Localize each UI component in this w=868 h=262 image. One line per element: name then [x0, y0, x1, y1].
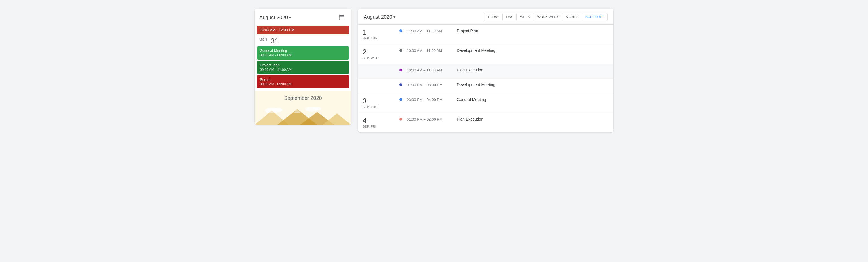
- mini-chevron-icon: ▾: [289, 15, 291, 20]
- event-dot: [399, 118, 402, 121]
- date-num: 1: [363, 29, 390, 36]
- date-num: 4: [363, 117, 390, 124]
- date-cell-sep4: 4 SEP, FRI: [358, 113, 395, 132]
- event-item[interactable]: 01:00 PM – 03:00 PM Development Meeting: [395, 78, 613, 91]
- date-num: 2: [363, 48, 390, 56]
- schedule-row-sep2a: 2 SEP, WED 10:00 AM – 11:00 AM Developme…: [358, 44, 613, 64]
- event-dot: [399, 49, 402, 52]
- left-panel: August 2020 ▾ 10:00 AM - 12:00 PM MON 31…: [255, 8, 351, 125]
- event-name: Development Meeting: [457, 83, 495, 87]
- mini-month-label: August 2020: [259, 15, 288, 21]
- svg-point-5: [272, 108, 282, 112]
- nav-schedule[interactable]: SCHEDULE: [582, 13, 607, 21]
- mountains-decoration: [255, 105, 351, 125]
- day-header-31: MON 31: [255, 35, 351, 46]
- event-name: Development Meeting: [457, 48, 495, 53]
- event-general-meeting[interactable]: General Meeting 08:00 AM - 08:00 AM: [257, 46, 349, 60]
- date-num: 3: [363, 97, 390, 105]
- svg-rect-0: [339, 15, 344, 20]
- date-day: SEP, WED: [363, 56, 390, 60]
- events-cell-sep2c: 01:00 PM – 03:00 PM Development Meeting: [395, 78, 613, 93]
- schedule-header: August 2020 ▾ TODAY DAY WEEK WORK WEEK M…: [358, 8, 613, 25]
- schedule-row-sep2c: 01:00 PM – 03:00 PM Development Meeting: [358, 78, 613, 93]
- event-title: Project Plan: [260, 63, 346, 67]
- event-item[interactable]: 10:00 AM – 11:00 AM Plan Execution: [395, 64, 613, 76]
- events-list-31: General Meeting 08:00 AM - 08:00 AM Proj…: [255, 46, 351, 91]
- event-title: Scrum: [260, 77, 346, 81]
- event-name: General Meeting: [457, 97, 486, 102]
- september-title: September 2020: [259, 95, 347, 101]
- event-time-text: 11:00 AM – 11:00 AM: [407, 29, 452, 33]
- nav-day[interactable]: DAY: [503, 13, 517, 21]
- event-item[interactable]: 10:00 AM – 11:00 AM Development Meeting: [395, 44, 613, 57]
- mini-calendar-header: August 2020 ▾: [255, 8, 351, 26]
- schedule-row-sep1: 1 SEP, TUE 11:00 AM – 11:00 AM Project P…: [358, 25, 613, 44]
- date-cell-sep3: 3 SEP, THU: [358, 93, 395, 112]
- events-cell-sep3: 03:00 PM – 04:00 PM General Meeting: [395, 93, 613, 112]
- svg-marker-13: [294, 109, 301, 113]
- event-time-text: 03:00 PM – 04:00 PM: [407, 98, 452, 102]
- day-label-31: MON: [259, 37, 268, 41]
- event-time: 09:00 AM - 09:00 AM: [260, 82, 346, 86]
- event-dot: [399, 30, 402, 32]
- date-day: SEP, FRI: [363, 125, 390, 128]
- event-scrum[interactable]: Scrum 09:00 AM - 09:00 AM: [257, 75, 349, 89]
- schedule-body: 1 SEP, TUE 11:00 AM – 11:00 AM Project P…: [358, 25, 613, 132]
- date-cell-sep1: 1 SEP, TUE: [358, 25, 395, 44]
- event-name: Plan Execution: [457, 68, 483, 72]
- event-time-text: 01:00 PM – 02:00 PM: [407, 117, 452, 121]
- event-item[interactable]: 11:00 AM – 11:00 AM Project Plan: [395, 25, 613, 37]
- september-section: September 2020: [255, 91, 351, 125]
- mini-month-title[interactable]: August 2020 ▾: [259, 15, 291, 21]
- calendar-icon[interactable]: [336, 12, 347, 23]
- svg-marker-11: [323, 113, 351, 125]
- event-project-plan[interactable]: Project Plan 09:00 AM - 11:00 AM: [257, 61, 349, 74]
- date-day: SEP, THU: [363, 105, 390, 108]
- event-dot: [399, 84, 402, 86]
- schedule-month-title[interactable]: August 2020 ▾: [364, 14, 396, 20]
- event-time-text: 10:00 AM – 11:00 AM: [407, 68, 452, 72]
- schedule-row-sep4: 4 SEP, FRI 01:00 PM – 02:00 PM Plan Exec…: [358, 113, 613, 132]
- partial-event-time: 10:00 AM - 12:00 PM: [260, 28, 346, 32]
- event-time: 09:00 AM - 11:00 AM: [260, 68, 346, 72]
- event-time-text: 10:00 AM – 11:00 AM: [407, 48, 452, 53]
- event-title: General Meeting: [260, 48, 346, 53]
- event-dot: [399, 98, 402, 101]
- nav-work-week[interactable]: WORK WEEK: [534, 13, 562, 21]
- events-cell-sep4: 01:00 PM – 02:00 PM Plan Execution: [395, 113, 613, 132]
- schedule-chevron-icon: ▾: [394, 15, 396, 19]
- events-cell-sep1: 11:00 AM – 11:00 AM Project Plan: [395, 25, 613, 44]
- nav-month[interactable]: MONTH: [562, 13, 582, 21]
- schedule-row-sep2b: 10:00 AM – 11:00 AM Plan Execution: [358, 64, 613, 78]
- date-cell-sep2: 2 SEP, WED: [358, 44, 395, 64]
- right-panel: August 2020 ▾ TODAY DAY WEEK WORK WEEK M…: [358, 8, 613, 132]
- partial-event[interactable]: 10:00 AM - 12:00 PM: [257, 26, 349, 34]
- event-item[interactable]: 03:00 PM – 04:00 PM General Meeting: [395, 93, 613, 106]
- events-cell-sep2a: 10:00 AM – 11:00 AM Development Meeting: [395, 44, 613, 64]
- schedule-nav: TODAY DAY WEEK WORK WEEK MONTH SCHEDULE: [484, 13, 608, 21]
- event-name: Plan Execution: [457, 117, 483, 121]
- event-name: Project Plan: [457, 29, 478, 33]
- event-time-text: 01:00 PM – 03:00 PM: [407, 83, 452, 87]
- schedule-month-label: August 2020: [364, 14, 392, 20]
- nav-week[interactable]: WEEK: [517, 13, 533, 21]
- event-item[interactable]: 01:00 PM – 02:00 PM Plan Execution: [395, 113, 613, 125]
- nav-today[interactable]: TODAY: [484, 13, 503, 21]
- event-time: 08:00 AM - 08:00 AM: [260, 53, 346, 57]
- events-cell-sep2b: 10:00 AM – 11:00 AM Plan Execution: [395, 64, 613, 78]
- date-day: SEP, TUE: [363, 37, 390, 40]
- day-section-31: MON 31 General Meeting 08:00 AM - 08:00 …: [255, 35, 351, 91]
- schedule-row-sep3: 3 SEP, THU 03:00 PM – 04:00 PM General M…: [358, 93, 613, 113]
- day-number-31: 31: [271, 37, 281, 44]
- event-dot: [399, 69, 402, 71]
- svg-point-7: [312, 107, 321, 110]
